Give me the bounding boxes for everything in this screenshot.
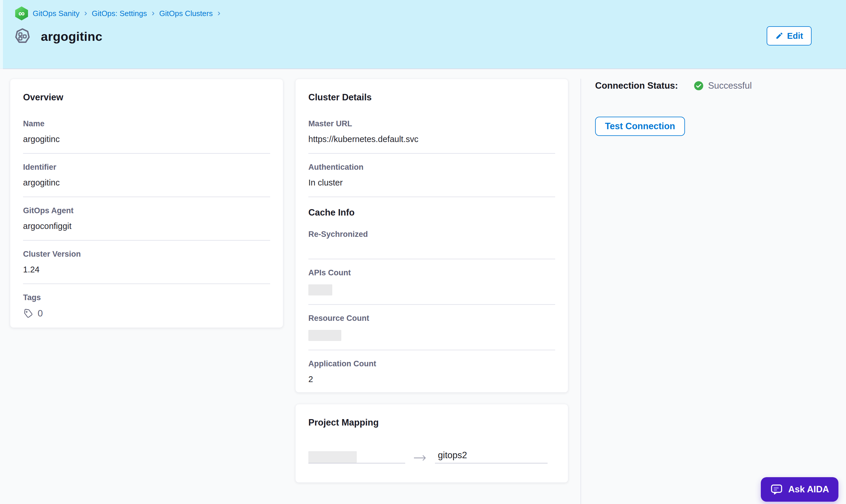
field-gitops-agent-label: GitOps Agent <box>23 206 270 215</box>
field-application-count-value: 2 <box>308 374 555 384</box>
resynchronized-empty-value <box>308 245 555 259</box>
field-cluster-version-value: 1.24 <box>23 265 270 275</box>
field-identifier-label: Identifier <box>23 162 270 172</box>
field-authentication-value: In cluster <box>308 178 555 188</box>
field-name-label: Name <box>23 119 270 128</box>
divider <box>23 197 270 197</box>
connection-status-label: Connection Status: <box>595 80 678 91</box>
divider <box>308 153 555 154</box>
page-title: argogitinc <box>41 30 102 44</box>
vertical-divider <box>580 79 581 504</box>
mapping-source-field <box>308 451 405 464</box>
project-mapping-row: gitops2 <box>308 450 555 464</box>
divider <box>308 304 555 305</box>
test-connection-button[interactable]: Test Connection <box>595 117 685 136</box>
pencil-icon <box>775 32 783 40</box>
chevron-right-icon: › <box>217 8 220 18</box>
field-identifier-value: argogitinc <box>23 178 270 188</box>
chevron-right-icon: › <box>152 8 155 18</box>
field-apis-count: APIs Count <box>308 268 555 305</box>
redacted-value-placeholder <box>308 330 341 341</box>
field-resource-count: Resource Count <box>308 313 555 350</box>
connection-status-badge: Successful <box>694 80 752 91</box>
tag-icon <box>23 308 34 319</box>
field-authentication-label: Authentication <box>308 162 555 172</box>
redacted-value-placeholder <box>308 451 357 463</box>
ask-aida-button[interactable]: Ask AIDA <box>761 477 839 502</box>
field-resynchronized: Re-Sychronized <box>308 230 555 259</box>
field-gitops-agent-value: argoconfiggit <box>23 221 270 231</box>
tags-row: 0 <box>23 308 270 319</box>
cluster-details-card: Cluster Details Master URL https://kuber… <box>295 79 568 393</box>
project-mapping-title: Project Mapping <box>308 417 555 428</box>
gitops-logo-icon: ∞ <box>15 6 28 20</box>
cache-info-title: Cache Info <box>308 207 555 218</box>
field-name-value: argogitinc <box>23 134 270 144</box>
field-resource-count-label: Resource Count <box>308 313 555 323</box>
divider <box>308 259 555 259</box>
arrow-right-icon <box>413 454 427 462</box>
mapping-target-field: gitops2 <box>435 450 547 464</box>
field-master-url-value: https://kubernetes.default.svc <box>308 134 555 144</box>
redacted-value-placeholder <box>308 284 332 295</box>
field-authentication: Authentication In cluster <box>308 162 555 197</box>
divider <box>23 284 270 284</box>
tags-count: 0 <box>38 308 43 319</box>
divider <box>308 350 555 350</box>
ask-aida-label: Ask AIDA <box>788 484 829 495</box>
edit-button[interactable]: Edit <box>767 26 812 46</box>
breadcrumb-gitops-sanity[interactable]: GitOps Sanity <box>33 9 79 18</box>
field-resynchronized-label: Re-Sychronized <box>308 230 555 239</box>
page-title-row: argogitinc <box>14 28 102 46</box>
cluster-icon <box>14 28 32 46</box>
page-header: ∞ GitOps Sanity › GitOps: Settings › Git… <box>0 0 846 69</box>
overview-card-title: Overview <box>23 92 270 103</box>
connection-status-value: Successful <box>708 80 752 91</box>
field-cluster-version-label: Cluster Version <box>23 249 270 259</box>
field-master-url-label: Master URL <box>308 119 555 128</box>
overview-card: Overview Name argogitinc Identifier argo… <box>10 79 283 328</box>
cluster-details-title: Cluster Details <box>308 92 555 103</box>
field-application-count-label: Application Count <box>308 359 555 368</box>
field-name: Name argogitinc <box>23 119 270 154</box>
breadcrumb: ∞ GitOps Sanity › GitOps: Settings › Git… <box>15 6 220 20</box>
edit-button-label: Edit <box>787 31 803 41</box>
chat-bubble-icon <box>770 483 783 496</box>
field-tags: Tags 0 <box>23 293 270 319</box>
field-identifier: Identifier argogitinc <box>23 162 270 197</box>
field-cluster-version: Cluster Version 1.24 <box>23 249 270 284</box>
chevron-right-icon: › <box>84 8 87 18</box>
divider <box>23 153 270 154</box>
project-mapping-card: Project Mapping gitops2 <box>295 404 568 483</box>
divider <box>308 197 555 197</box>
divider <box>23 240 270 241</box>
field-tags-label: Tags <box>23 293 270 302</box>
field-master-url: Master URL https://kubernetes.default.sv… <box>308 119 555 154</box>
success-check-icon <box>694 81 704 91</box>
breadcrumb-gitops-settings[interactable]: GitOps: Settings <box>92 9 147 18</box>
field-application-count: Application Count 2 <box>308 359 555 384</box>
field-apis-count-label: APIs Count <box>308 268 555 277</box>
header-left-gutter <box>0 0 3 69</box>
field-gitops-agent: GitOps Agent argoconfiggit <box>23 206 270 241</box>
connection-status-row: Connection Status: Successful <box>595 80 752 91</box>
breadcrumb-gitops-clusters[interactable]: GitOps Clusters <box>159 9 213 18</box>
test-connection-label: Test Connection <box>605 121 676 131</box>
